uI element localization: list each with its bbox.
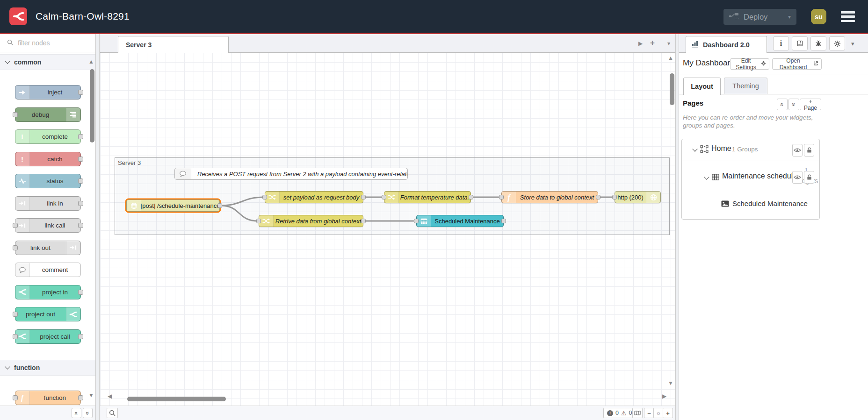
flow-node-change[interactable]: Format temperature data. — [384, 191, 471, 203]
zoom-reset-button[interactable]: ○ — [653, 408, 664, 418]
navigator-map-button[interactable] — [632, 408, 643, 418]
palette-node-link-in[interactable]: link in — [15, 196, 81, 211]
palette-search[interactable] — [0, 34, 95, 52]
expand-all-pages-button[interactable]: » — [788, 99, 799, 110]
main-menu-button[interactable] — [841, 11, 855, 22]
node-port-output[interactable] — [596, 195, 600, 199]
palette-node-project-out[interactable]: project out — [15, 307, 81, 321]
node-port-output[interactable] — [78, 201, 83, 206]
edit-settings-button[interactable]: Edit Settings — [730, 58, 769, 70]
open-dashboard-button[interactable]: Open Dashboard — [772, 58, 822, 70]
flow-node-ui-table[interactable]: Scheduled Maintenance — [416, 215, 504, 227]
user-avatar[interactable]: su — [811, 9, 826, 24]
chevron-down-icon[interactable] — [704, 174, 709, 179]
canvas-scroll-left-icon[interactable]: ◀ — [108, 393, 112, 399]
sidebar-resize-handle[interactable] — [675, 34, 679, 420]
node-port-input[interactable] — [612, 195, 617, 199]
node-port-input[interactable] — [262, 195, 267, 199]
flow-node-http-in[interactable]: [post] /schedule-maintenance — [126, 199, 220, 212]
palette-category-common[interactable]: common — [0, 54, 95, 70]
node-port-input[interactable] — [13, 245, 18, 250]
group-visibility-button[interactable] — [792, 171, 803, 184]
canvas-vertical-scrollbar-thumb[interactable] — [670, 73, 674, 105]
tab-layout[interactable]: Layout — [683, 78, 721, 95]
tab-server-3[interactable]: Server 3 — [118, 36, 229, 53]
node-port-output[interactable] — [78, 223, 83, 228]
palette-scroll-up-icon[interactable]: ▲ — [88, 58, 94, 65]
canvas-horizontal-scrollbar-thumb[interactable] — [127, 397, 226, 401]
page-unlock-button[interactable] — [804, 144, 814, 157]
chevron-down-icon[interactable] — [692, 146, 697, 151]
node-port-output[interactable] — [469, 195, 473, 199]
group-unlock-button[interactable] — [804, 171, 814, 184]
collapse-all-pages-button[interactable]: « — [777, 99, 788, 110]
flow-node-change[interactable]: Retrive data from global context — [259, 215, 363, 227]
debug-tab-button[interactable] — [810, 36, 826, 50]
node-port-output[interactable] — [78, 157, 83, 162]
shuffle-icon — [259, 215, 274, 227]
node-port-output[interactable] — [501, 219, 506, 223]
flow-canvas[interactable]: Server 3 Receives a POST request from Se… — [100, 53, 675, 406]
node-port-input[interactable] — [382, 195, 386, 199]
node-port-input[interactable] — [13, 312, 18, 317]
sidebar-tabs-dropdown-icon[interactable]: ▾ — [851, 40, 854, 47]
node-port-input[interactable] — [13, 334, 18, 339]
tab-dashboard-2[interactable]: Dashboard 2.0 — [686, 36, 767, 53]
help-tab-button[interactable] — [792, 36, 808, 50]
deploy-options-chevron-icon[interactable]: ▾ — [788, 14, 791, 20]
deploy-button[interactable]: Deploy ▾ — [723, 9, 796, 25]
config-nodes-tab-button[interactable] — [829, 36, 845, 50]
palette-node-project-in[interactable]: project in — [15, 285, 81, 299]
palette-node-comment[interactable]: comment — [15, 263, 81, 277]
flow-node-http-response[interactable]: http (200) — [615, 191, 661, 203]
node-port-input[interactable] — [13, 395, 18, 400]
palette-node-function[interactable]: ffunction — [15, 391, 81, 405]
node-port-output[interactable] — [78, 134, 83, 139]
canvas-scroll-down-icon[interactable]: ▼ — [668, 380, 673, 386]
page-name[interactable]: Home — [711, 144, 731, 153]
add-page-button[interactable]: + Page — [800, 99, 821, 110]
palette-scroll-down-icon[interactable]: ▼ — [88, 392, 94, 399]
node-port-input[interactable] — [414, 219, 419, 223]
palette-node-inject[interactable]: inject — [15, 85, 81, 100]
palette-node-project-call[interactable]: project call — [15, 329, 81, 344]
node-port-input[interactable] — [499, 195, 504, 199]
node-port-input[interactable] — [13, 223, 18, 228]
info-tab-button[interactable]: i — [773, 36, 789, 50]
search-flows-button[interactable] — [107, 408, 118, 418]
flow-node-label: Scheduled Maintenance — [431, 215, 503, 227]
widget-name[interactable]: Scheduled Maintenance — [732, 199, 808, 207]
page-visibility-button[interactable] — [792, 144, 803, 157]
tab-theming[interactable]: Theming — [724, 78, 767, 94]
flow-node-change[interactable]: set payload as request body — [265, 191, 363, 203]
node-port-output[interactable] — [78, 395, 83, 400]
palette-node-catch[interactable]: !catch — [15, 152, 81, 166]
palette-collapse-all-button[interactable]: « — [72, 408, 81, 418]
flow-node-function[interactable]: fStore data to global context — [501, 191, 598, 203]
node-port-output[interactable] — [78, 178, 83, 184]
palette-category-function[interactable]: function — [0, 360, 95, 376]
group-name[interactable]: Maintenance schedul... — [722, 172, 799, 180]
palette-node-status[interactable]: status — [15, 174, 81, 188]
palette-filter-input[interactable] — [17, 39, 84, 47]
canvas-scroll-right-icon[interactable]: ▶ — [662, 393, 666, 399]
zoom-out-button[interactable]: − — [644, 408, 654, 418]
node-port-output[interactable] — [361, 195, 366, 199]
node-port-output[interactable] — [217, 203, 222, 208]
palette-resize-handle[interactable] — [96, 34, 100, 420]
node-port-output[interactable] — [78, 290, 83, 295]
canvas-scroll-up-icon[interactable]: ▲ — [668, 55, 673, 61]
node-port-output[interactable] — [361, 219, 366, 223]
palette-node-complete[interactable]: !complete — [15, 129, 81, 144]
palette-node-link-out[interactable]: link out — [15, 241, 81, 255]
palette-node-debug[interactable]: debug — [15, 107, 81, 122]
node-port-output[interactable] — [78, 334, 83, 339]
zoom-in-button[interactable]: + — [663, 408, 673, 418]
palette-scrollbar-thumb[interactable] — [90, 69, 94, 142]
palette-node-link-call[interactable]: link call — [15, 218, 81, 233]
node-port-input[interactable] — [256, 219, 261, 223]
node-port-output[interactable] — [78, 90, 83, 95]
palette-expand-all-button[interactable]: » — [83, 408, 93, 418]
flow-node-comment[interactable]: Receives a POST request from Server 2 wi… — [174, 168, 408, 180]
node-port-input[interactable] — [13, 112, 18, 117]
